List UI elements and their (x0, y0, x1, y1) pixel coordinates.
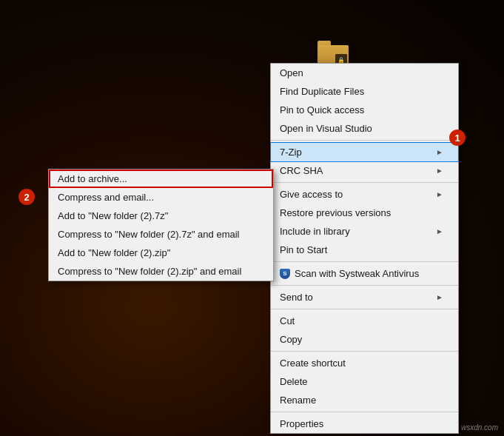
separator-5 (271, 309, 458, 309)
arrow-icon-7zip: ► (436, 148, 443, 156)
menu-item-open[interactable]: Open (271, 64, 458, 82)
separator-1 (271, 140, 458, 141)
menu-item-open-visual-studio[interactable]: Open in Visual Studio (271, 119, 458, 138)
menu-item-properties[interactable]: Properties (271, 415, 458, 433)
arrow-icon-give-access: ► (436, 190, 443, 198)
separator-7 (271, 412, 458, 412)
context-menu-main: Open Find Duplicate Files Pin to Quick a… (270, 63, 459, 434)
menu-item-compress-email[interactable]: Compress and email... (49, 188, 273, 207)
menu-item-scan-antivirus[interactable]: S Scan with Systweak Antivirus (271, 264, 458, 283)
context-menu-7zip: Add to archive... Compress and email... … (48, 169, 274, 281)
menu-item-7zip[interactable]: 7-Zip ► (271, 143, 458, 161)
menu-item-restore-previous[interactable]: Restore previous versions (271, 204, 458, 222)
menu-item-add-archive[interactable]: Add to archive... (49, 170, 273, 188)
separator-6 (271, 351, 458, 352)
shield-icon: S (280, 269, 290, 279)
menu-item-crc-sha[interactable]: CRC SHA ► (271, 161, 458, 180)
menu-item-compress-7z-email[interactable]: Compress to "New folder (2).7z" and emai… (49, 225, 273, 244)
watermark: wsxdn.com (461, 423, 498, 432)
arrow-icon-library: ► (436, 227, 443, 235)
menu-item-compress-zip-email[interactable]: Compress to "New folder (2).zip" and ema… (49, 262, 273, 281)
badge-2: 2 (19, 189, 35, 205)
arrow-icon-send-to: ► (436, 293, 443, 301)
menu-item-include-library[interactable]: Include in library ► (271, 222, 458, 241)
badge-1: 1 (449, 130, 466, 146)
arrow-icon-crc: ► (436, 167, 443, 175)
menu-item-delete[interactable]: Delete (271, 372, 458, 391)
menu-item-add-7z[interactable]: Add to "New folder (2).7z" (49, 207, 273, 225)
menu-item-pin-start[interactable]: Pin to Start (271, 241, 458, 259)
menu-item-cut[interactable]: Cut (271, 312, 458, 330)
menu-item-rename[interactable]: Rename (271, 391, 458, 409)
separator-2 (271, 182, 458, 183)
separator-3 (271, 261, 458, 262)
menu-item-give-access[interactable]: Give access to ► (271, 185, 458, 204)
menu-item-find-duplicates[interactable]: Find Duplicate Files (271, 82, 458, 101)
menu-item-add-zip[interactable]: Add to "New folder (2).zip" (49, 244, 273, 262)
menu-item-send-to[interactable]: Send to ► (271, 288, 458, 306)
menu-item-pin-quick-access[interactable]: Pin to Quick access (271, 101, 458, 119)
menu-item-copy[interactable]: Copy (271, 330, 458, 349)
menu-item-create-shortcut[interactable]: Create shortcut (271, 354, 458, 372)
separator-4 (271, 285, 458, 286)
